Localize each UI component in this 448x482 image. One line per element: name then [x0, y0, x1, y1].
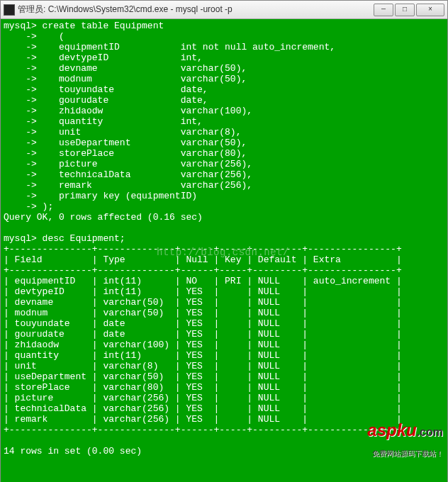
watermark-url: http://blog.csdn.net/	[157, 247, 289, 258]
minimize-button[interactable]: ─	[374, 4, 393, 16]
maximize-button[interactable]: □	[395, 4, 415, 16]
titlebar[interactable]: 管理员: C:\Windows\System32\cmd.exe - mysql…	[1, 1, 447, 19]
cmd-icon	[4, 4, 15, 16]
window-title: 管理员: C:\Windows\System32\cmd.exe - mysql…	[18, 4, 233, 16]
window-controls: ─ □ ×	[374, 4, 444, 16]
title-left: 管理员: C:\Windows\System32\cmd.exe - mysql…	[4, 4, 233, 16]
terminal-output[interactable]: mysql> create table Equipment -> ( -> eq…	[1, 19, 447, 482]
minimize-icon: ─	[381, 6, 386, 13]
close-button[interactable]: ×	[416, 4, 444, 16]
close-icon: ×	[428, 6, 432, 13]
cmd-window: 管理员: C:\Windows\System32\cmd.exe - mysql…	[0, 0, 448, 482]
maximize-icon: □	[403, 6, 407, 13]
terminal-text: mysql> create table Equipment -> ( -> eq…	[4, 21, 444, 456]
